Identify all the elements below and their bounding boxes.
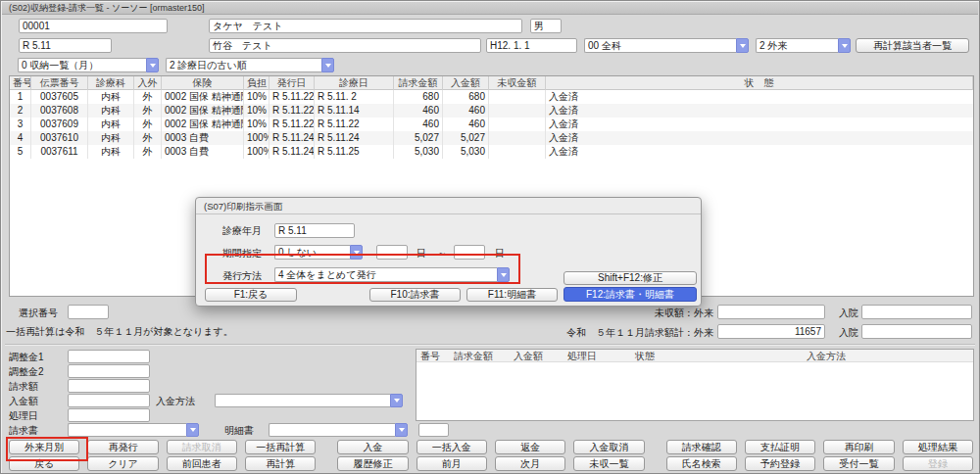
patient-id-field[interactable] xyxy=(19,19,168,33)
table-row[interactable]: 30037609内科外0002 国保 精神通院10%R 5.11.22R 5.1… xyxy=(10,118,973,131)
footer-button-2-9[interactable]: 氏名検索 xyxy=(666,456,737,471)
adjust1-label: 調整金1 xyxy=(9,351,44,364)
invoice-label: 請求書 xyxy=(9,424,38,438)
footer-button-2-1[interactable]: 戻る xyxy=(9,456,79,471)
unpaid-inpatient-label: 入院 xyxy=(839,307,858,320)
treatment-month-field[interactable] xyxy=(274,223,355,238)
table-row[interactable]: 40037610内科外0003 自費100%R 5.11.24R 5.11.24… xyxy=(10,131,973,145)
unpaid-outpatient-field xyxy=(717,305,825,319)
footer-button-2-8[interactable]: 未収一覧 xyxy=(573,456,644,471)
f10-invoice-button[interactable]: F10:請求書 xyxy=(369,288,461,302)
footer-button-2-12: 登録 xyxy=(903,456,973,471)
cell: 外 xyxy=(134,145,162,159)
footer-button-2-4[interactable]: 再計算 xyxy=(245,456,316,471)
footer-button-1-8[interactable]: 入金取消 xyxy=(573,440,644,454)
footer-button-1-5[interactable]: 入金 xyxy=(337,440,408,454)
period-to-field[interactable] xyxy=(454,245,485,260)
cell: R 5.11. 2 xyxy=(315,90,394,104)
footer-button-1-2[interactable]: 再発行 xyxy=(87,440,158,454)
cell: 10% xyxy=(244,104,270,118)
period-from-field[interactable] xyxy=(376,245,408,260)
deposit-amount-field[interactable] xyxy=(68,394,150,407)
footer-button-2-2[interactable]: クリア xyxy=(87,456,158,471)
invoice-select[interactable] xyxy=(68,423,199,437)
footer-button-2-11[interactable]: 受付一覧 xyxy=(823,456,894,471)
footer-button-1-10[interactable]: 支払証明 xyxy=(745,440,815,454)
footer-button-2-10[interactable]: 予約登録 xyxy=(745,456,815,471)
f12-invoice-statement-button[interactable]: F12:請求書・明細書 xyxy=(564,287,697,302)
footer-button-2-6[interactable]: 前月 xyxy=(416,456,487,471)
adjust2-field[interactable] xyxy=(68,364,150,378)
recalc-note: 一括再計算は令和 ５年１１月が対象となります。 xyxy=(6,325,233,339)
cell: R 5.11.14 xyxy=(315,104,394,118)
visit-type-select[interactable]: 2 外来 xyxy=(756,38,851,53)
adjust1-field[interactable] xyxy=(68,350,150,363)
adjust2-label: 調整金2 xyxy=(9,365,44,379)
total-inpatient-label: 入院 xyxy=(839,326,858,340)
sort-order-select[interactable]: 2 診療日の古い順 xyxy=(166,58,334,72)
cell: 5,027 xyxy=(443,131,489,145)
sex-field[interactable] xyxy=(530,19,562,33)
cell: 0037611 xyxy=(31,145,88,159)
shift-f12-edit-button[interactable]: Shift+F12:修正 xyxy=(564,271,697,285)
cell: 460 xyxy=(443,104,489,118)
billing-month-field[interactable] xyxy=(19,38,112,53)
cell xyxy=(489,118,546,131)
cell xyxy=(489,104,546,118)
chevron-down-icon xyxy=(186,423,199,437)
cell: R 5.11.22 xyxy=(270,104,315,118)
footer-button-1-12[interactable]: 処理結果 xyxy=(903,440,973,454)
monthly-total-inpatient-field xyxy=(861,324,972,339)
cell xyxy=(489,90,546,104)
sort-order-value: 2 診療日の古い順 xyxy=(166,58,321,72)
table-row[interactable]: 50037611内科外0003 自費100%R 5.11.24R 5.11.25… xyxy=(10,145,973,159)
birth-date-field[interactable] xyxy=(486,38,577,53)
footer-button-2-3[interactable]: 前回患者 xyxy=(167,456,237,471)
footer-button-1-9[interactable]: 請求確認 xyxy=(666,440,737,454)
claim-amount-field[interactable] xyxy=(68,379,150,393)
payment-number-field[interactable] xyxy=(418,423,449,437)
cell: 4 xyxy=(10,131,31,145)
column-header: 状態 xyxy=(611,350,679,361)
cell: R 5.11.22 xyxy=(270,90,315,104)
deposit-method-select[interactable] xyxy=(215,394,403,407)
footer-button-1-11[interactable]: 再印刷 xyxy=(823,440,894,454)
issue-method-select[interactable]: 4 全体をまとめて発行 xyxy=(274,267,510,282)
period-select[interactable]: 0 しない xyxy=(274,245,363,260)
chevron-down-icon xyxy=(390,394,403,407)
department-value: 00 全科 xyxy=(584,38,736,53)
footer-button-1-7[interactable]: 返金 xyxy=(495,440,565,454)
f11-statement-button[interactable]: F11:明細書 xyxy=(466,288,558,302)
table-row[interactable]: 10037605内科外0002 国保 精神通院10%R 5.11.22R 5.1… xyxy=(10,90,973,104)
footer-button-1-6[interactable]: 一括入金 xyxy=(416,440,487,454)
patient-kana-field[interactable] xyxy=(209,19,522,33)
cell: 内科 xyxy=(88,90,134,104)
monthly-total-label: 令和 ５年１１月請求額計：外来 xyxy=(511,326,713,340)
statement-label: 明細書 xyxy=(224,424,254,438)
day-label-2: 日 xyxy=(495,247,505,261)
statement-value xyxy=(269,423,395,437)
visit-type-value: 2 外来 xyxy=(756,38,838,53)
cell: 内科 xyxy=(88,104,134,118)
footer-button-2-7[interactable]: 次月 xyxy=(495,456,565,471)
claim-amount-label: 請求額 xyxy=(9,380,38,394)
chevron-down-icon xyxy=(838,38,851,53)
department-select[interactable]: 00 全科 xyxy=(584,38,749,53)
footer-button-1-1[interactable]: 外来月別 xyxy=(9,440,79,454)
recalc-target-list-button[interactable]: 再計算該当者一覧 xyxy=(856,38,969,53)
process-date-field[interactable] xyxy=(68,408,150,422)
cell: R 5.11.24 xyxy=(315,131,394,145)
cell: 460 xyxy=(443,118,489,131)
cell: 内科 xyxy=(88,131,134,145)
footer-button-2-5[interactable]: 履歴修正 xyxy=(337,456,408,471)
table-row[interactable]: 20037608内科外0002 国保 精神通院10%R 5.11.22R 5.1… xyxy=(10,104,973,118)
cell: 入金済 xyxy=(546,131,973,145)
selection-number-field[interactable] xyxy=(68,305,109,319)
statement-select[interactable] xyxy=(269,423,408,437)
column-header: 入外 xyxy=(134,76,162,90)
patient-name-field[interactable] xyxy=(209,38,481,53)
list-mode-select[interactable]: 0 収納一覧（月） xyxy=(18,58,159,72)
f1-back-button[interactable]: F1:戻る xyxy=(205,288,297,302)
column-header: 入金額 xyxy=(443,76,489,90)
footer-button-1-4[interactable]: 一括再計算 xyxy=(245,440,316,454)
